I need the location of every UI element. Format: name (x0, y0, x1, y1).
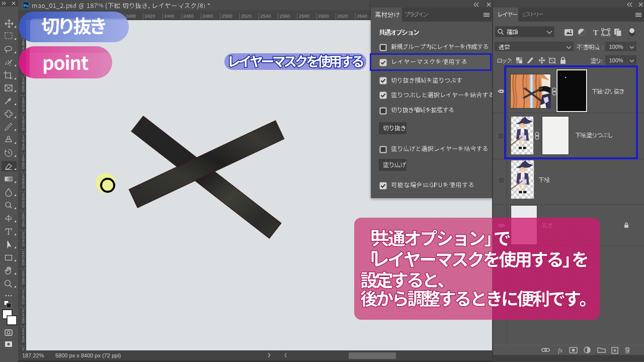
svg-text:fx: fx (558, 346, 563, 354)
svg-text:T: T (593, 29, 598, 36)
